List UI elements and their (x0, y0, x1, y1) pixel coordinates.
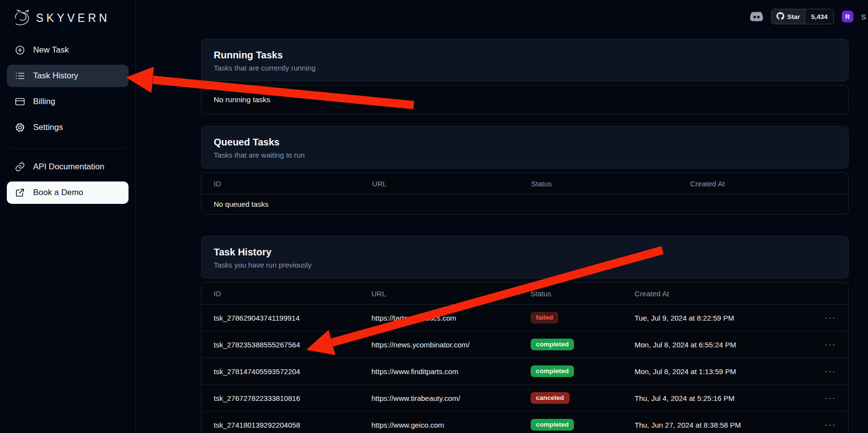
section-title: Task History (214, 247, 836, 258)
running-tasks-empty-message: No running tasks (202, 86, 848, 114)
task-actions-cell: ··· (813, 305, 848, 331)
github-star-label: Star (772, 9, 805, 24)
task-status-cell: failed (518, 305, 623, 331)
running-tasks-section: Running Tasks Tasks that are currently r… (201, 39, 849, 114)
link-icon (15, 162, 25, 172)
gear-icon (15, 122, 25, 133)
running-tasks-header: Running Tasks Tasks that are currently r… (201, 39, 849, 81)
github-star-text: Star (787, 13, 800, 20)
task-created-cell: Mon, Jul 8, 2024 at 1:13:59 PM (623, 358, 813, 385)
task-status-cell: completed (518, 412, 623, 433)
column-header-url: URL (360, 173, 519, 195)
status-badge: completed (531, 419, 574, 431)
sidebar-item-label: API Documentation (33, 162, 104, 172)
row-actions-button[interactable]: ··· (821, 312, 839, 323)
task-status-cell: completed (518, 358, 623, 385)
row-actions-button[interactable]: ··· (821, 366, 839, 377)
task-id-cell: tsk_278629043741199914 (202, 305, 359, 331)
credit-card-icon (15, 96, 25, 107)
task-status-cell: canceled (518, 385, 623, 412)
column-header-status: Status (519, 173, 678, 195)
task-id-cell: tsk_278147405593572204 (202, 358, 359, 385)
status-badge: completed (531, 339, 574, 350)
task-created-cell: Mon, Jul 8, 2024 at 6:55:24 PM (623, 331, 813, 358)
row-actions-button[interactable]: ··· (821, 339, 839, 350)
task-created-cell: Thu, Jul 4, 2024 at 5:25:16 PM (623, 385, 813, 412)
column-header-id: ID (202, 283, 359, 305)
brand-logo[interactable]: SKYVERN (7, 6, 129, 39)
topbar: Star 5,434 R S (750, 9, 866, 24)
task-url-cell: https://www.geico.com (359, 412, 518, 433)
task-id-cell: tsk_278235388555267564 (202, 331, 359, 358)
task-created-cell: Tue, Jul 9, 2024 at 8:22:59 PM (623, 305, 813, 331)
running-tasks-body: No running tasks (201, 85, 849, 114)
task-id-cell: tsk_274180139292204058 (202, 412, 359, 433)
brand-name: SKYVERN (36, 12, 110, 25)
sidebar-item-api-documentation[interactable]: API Documentation (7, 156, 129, 178)
sidebar-item-book-a-demo[interactable]: Book a Demo (7, 181, 129, 204)
queued-tasks-table: ID URL Status Created At No queued tasks (201, 172, 849, 215)
user-label-partial: S (861, 13, 866, 21)
column-header-actions (813, 283, 848, 305)
sidebar-item-label: Settings (33, 123, 63, 132)
task-actions-cell: ··· (813, 385, 848, 412)
column-header-url: URL (359, 283, 518, 305)
avatar[interactable]: R (842, 11, 853, 22)
task-url-cell: https://www.finditparts.com (359, 358, 518, 385)
task-url-cell: https://tartecosmetics.com (359, 305, 518, 331)
sidebar-item-label: Book a Demo (33, 188, 83, 198)
column-header-status: Status (518, 283, 623, 305)
section-title: Queued Tasks (214, 137, 836, 148)
section-subtitle: Tasks that are waiting to run (214, 151, 836, 159)
task-id-cell: tsk_276727822333810816 (202, 385, 359, 412)
task-url-cell: https://www.tirabeauty.com/ (359, 385, 518, 412)
queued-tasks-section: Queued Tasks Tasks that are waiting to r… (201, 126, 849, 215)
github-star-count[interactable]: 5,434 (805, 9, 833, 24)
sidebar-item-settings[interactable]: Settings (7, 116, 129, 139)
github-icon (776, 12, 784, 21)
task-url-cell: https://news.ycombinator.com/ (359, 331, 518, 358)
status-badge: failed (531, 312, 558, 324)
task-actions-cell: ··· (813, 331, 848, 358)
sidebar-item-label: Task History (33, 71, 78, 81)
task-history-section: Task History Tasks you have run previous… (201, 236, 849, 433)
sidebar-item-label: Billing (33, 97, 55, 107)
app-root: SKYVERN New Task (0, 0, 868, 433)
sidebar-item-label: New Task (33, 45, 69, 55)
section-subtitle: Tasks that are currently running (214, 64, 836, 72)
task-created-cell: Thu, Jun 27, 2024 at 8:38:58 PM (623, 412, 813, 433)
external-link-icon (15, 187, 25, 198)
section-title: Running Tasks (214, 50, 836, 61)
column-header-id: ID (202, 173, 360, 195)
task-actions-cell: ··· (813, 412, 848, 433)
section-subtitle: Tasks you have run previously (214, 261, 836, 269)
queued-tasks-header: Queued Tasks Tasks that are waiting to r… (201, 126, 849, 168)
discord-icon[interactable] (750, 10, 763, 23)
task-actions-cell: ··· (813, 358, 848, 385)
sidebar-item-new-task[interactable]: New Task (7, 39, 129, 61)
task-history-table: ID URL Status Created At tsk_27862904374… (201, 282, 849, 433)
sidebar-item-billing[interactable]: Billing (7, 90, 129, 113)
task-history-header: Task History Tasks you have run previous… (201, 236, 849, 278)
status-badge: canceled (531, 392, 570, 404)
skyvern-logo-icon (12, 7, 32, 29)
status-badge: completed (531, 365, 574, 377)
list-icon (15, 71, 25, 81)
column-header-created-at: Created At (678, 173, 848, 195)
row-actions-button[interactable]: ··· (821, 419, 839, 430)
sidebar-item-task-history[interactable]: Task History (7, 65, 129, 87)
main-content: Star 5,434 R S Running Tasks Tasks that … (136, 0, 868, 433)
plus-circle-icon (15, 45, 25, 55)
queued-tasks-empty-message: No queued tasks (202, 195, 848, 214)
sidebar-nav: New Task Task History (7, 39, 129, 139)
task-status-cell: completed (518, 331, 623, 358)
row-actions-button[interactable]: ··· (821, 393, 839, 403)
sidebar: SKYVERN New Task (0, 0, 136, 433)
github-star-button[interactable]: Star 5,434 (771, 9, 834, 24)
sidebar-divider (9, 148, 127, 149)
column-header-created-at: Created At (623, 283, 813, 305)
